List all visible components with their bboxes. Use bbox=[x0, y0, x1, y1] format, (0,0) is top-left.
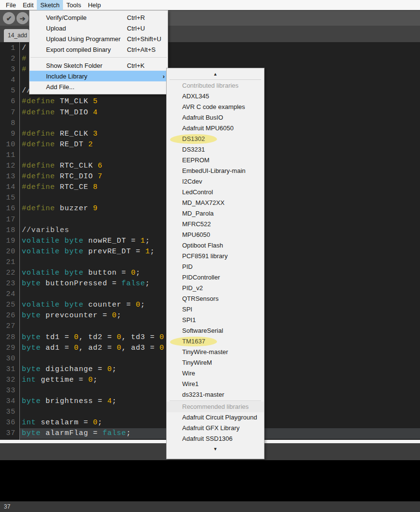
console-output bbox=[0, 460, 420, 501]
arrow-right-icon: ➔ bbox=[20, 15, 26, 22]
library-item-pidcontroller[interactable]: PIDController bbox=[167, 272, 264, 283]
line-number: 23 bbox=[0, 279, 16, 289]
library-item-embedui-library-main[interactable]: EmbedUI-Library-main bbox=[167, 166, 264, 176]
line-content: volatile byte nowRE_DT = 1; bbox=[16, 236, 150, 247]
library-item-adafruit-mpu6050[interactable]: Adafruit MPU6050 bbox=[167, 123, 264, 134]
code-token: buttonPressed = bbox=[41, 279, 122, 288]
library-item-adafruit-gfx-library[interactable]: Adafruit GFX Library bbox=[167, 423, 264, 434]
menu-item-export-compiled-binary[interactable]: Export compiled BinaryCtrl+Alt+S bbox=[30, 44, 168, 55]
menu-item-add-file[interactable]: Add File... bbox=[30, 81, 168, 92]
code-token: RTC_DIO bbox=[55, 172, 98, 181]
verify-button[interactable]: ✔ bbox=[3, 12, 15, 24]
line-content: byte alarmFlag = false; bbox=[16, 428, 131, 439]
code-token: ; bbox=[93, 376, 98, 384]
library-item-pcf8591-library[interactable]: PCF8591 library bbox=[167, 251, 264, 262]
line-content: volatile byte counter = 0; bbox=[16, 300, 145, 310]
menu-item-upload-using-programmer[interactable]: Upload Using ProgrammerCtrl+Shift+U bbox=[30, 33, 168, 44]
library-item-label: I2Cdev bbox=[182, 178, 202, 185]
line-content: / bbox=[16, 43, 27, 54]
library-item-avr-c-code-examples[interactable]: AVR C code examples bbox=[167, 102, 264, 112]
code-token: 0 bbox=[117, 333, 122, 341]
library-item-eeprom[interactable]: EEPROM bbox=[167, 155, 264, 166]
code-token: 8 bbox=[93, 183, 98, 191]
line-number: 6 bbox=[0, 96, 16, 107]
menu-item-upload[interactable]: UploadCtrl+U bbox=[30, 23, 168, 33]
line-number: 4 bbox=[0, 75, 16, 86]
line-number: 13 bbox=[0, 171, 16, 182]
code-token: ; bbox=[112, 365, 117, 373]
library-item-spi[interactable]: SPI bbox=[167, 304, 264, 315]
line-content: #define TM_CLK 5 bbox=[16, 96, 98, 107]
line-number: 33 bbox=[0, 386, 16, 396]
code-token: 0 bbox=[131, 269, 136, 277]
menubar-item-tools[interactable]: Tools bbox=[63, 0, 84, 10]
library-item-ledcontrol[interactable]: LedControl bbox=[167, 187, 264, 198]
menu-item-verify-compile[interactable]: Verify/CompileCtrl+R bbox=[30, 12, 168, 23]
library-item-tinywire-master[interactable]: TinyWire-master bbox=[167, 347, 264, 357]
line-content: volatile byte button = 0; bbox=[16, 268, 140, 279]
library-item-ds1302[interactable]: DS1302 bbox=[167, 134, 264, 144]
library-item-mfrc522[interactable]: MFRC522 bbox=[167, 219, 264, 230]
status-line-number: 37 bbox=[4, 503, 10, 510]
line-content: byte buttonPressed = false; bbox=[16, 279, 150, 289]
code-token: counter = bbox=[83, 301, 136, 309]
library-item-ds3231[interactable]: DS3231 bbox=[167, 144, 264, 155]
library-item-adafruit-circuit-playground[interactable]: Adafruit Circuit Playground bbox=[167, 412, 264, 423]
library-item-label: TinyWireM bbox=[182, 359, 212, 366]
library-item-adxl345[interactable]: ADXL345 bbox=[167, 91, 264, 102]
code-token: #define bbox=[22, 162, 55, 170]
library-item-pid-v2[interactable]: PID_v2 bbox=[167, 283, 264, 294]
library-item-pid[interactable]: PID bbox=[167, 262, 264, 272]
line-content: #define RE_CLK 3 bbox=[16, 129, 98, 140]
menubar-item-edit[interactable]: Edit bbox=[19, 0, 37, 10]
library-item-tinywirem[interactable]: TinyWireM bbox=[167, 357, 264, 368]
submenu-separator bbox=[170, 401, 261, 401]
menu-item-show-sketch-folder[interactable]: Show Sketch FolderCtrl+K bbox=[30, 60, 168, 71]
library-item-wire[interactable]: Wire bbox=[167, 368, 264, 379]
line-number: 19 bbox=[0, 236, 16, 247]
code-token: 0 bbox=[74, 344, 79, 352]
library-item-wire1[interactable]: Wire1 bbox=[167, 379, 264, 389]
code-token: #define bbox=[22, 140, 55, 149]
line-number: 17 bbox=[0, 215, 16, 225]
library-item-softwareserial[interactable]: SoftwareSerial bbox=[167, 326, 264, 336]
library-item-optiboot-flash[interactable]: Optiboot Flash bbox=[167, 240, 264, 251]
line-number: 25 bbox=[0, 300, 16, 310]
line-number: 1 bbox=[0, 43, 16, 54]
upload-button[interactable]: ➔ bbox=[16, 12, 29, 24]
line-number: 30 bbox=[0, 354, 16, 364]
menubar-item-help[interactable]: Help bbox=[84, 0, 104, 10]
library-item-md-max72xx[interactable]: MD_MAX72XX bbox=[167, 198, 264, 208]
menubar-item-file[interactable]: File bbox=[2, 0, 19, 10]
scroll-down-icon[interactable]: ▼ bbox=[167, 444, 264, 454]
scroll-up-icon[interactable]: ▲ bbox=[167, 69, 264, 79]
code-token bbox=[60, 237, 64, 245]
line-content: byte td1 = 0, td2 = 0, td3 = 0 bbox=[16, 332, 164, 343]
library-item-adafruit-ssd1306[interactable]: Adafruit SSD1306 bbox=[167, 434, 264, 444]
menu-item-shortcut: Ctrl+K bbox=[127, 62, 144, 69]
library-item-ds3231-master[interactable]: ds3231-master bbox=[167, 389, 264, 400]
menubar-item-sketch[interactable]: Sketch bbox=[37, 0, 63, 10]
library-item-mpu6050[interactable]: MPU6050 bbox=[167, 230, 264, 240]
menu-item-shortcut: Ctrl+Alt+S bbox=[127, 46, 156, 53]
code-token: volatile bbox=[22, 269, 60, 277]
library-item-label: PID_v2 bbox=[182, 284, 203, 292]
code-token: //varibles bbox=[22, 226, 69, 234]
line-content: #define RE_DT 2 bbox=[16, 140, 93, 150]
library-item-label: EEPROM bbox=[182, 156, 209, 164]
sketch-tab[interactable]: 14_add bbox=[4, 29, 29, 42]
code-token: byte bbox=[22, 397, 41, 405]
line-number: 8 bbox=[0, 118, 16, 129]
check-icon: ✔ bbox=[6, 15, 12, 22]
code-token: gettime = bbox=[36, 376, 88, 384]
library-item-spi1[interactable]: SPI1 bbox=[167, 315, 264, 326]
library-item-qtrsensors[interactable]: QTRSensors bbox=[167, 294, 264, 304]
library-item-tm1637[interactable]: TM1637 bbox=[167, 336, 264, 347]
menu-item-include-library[interactable]: Include Library› bbox=[30, 71, 168, 81]
library-item-label: MFRC522 bbox=[182, 220, 211, 228]
library-item-label: DS3231 bbox=[182, 146, 205, 153]
line-content: byte prevcounter = 0; bbox=[16, 310, 122, 321]
library-item-md-parola[interactable]: MD_Parola bbox=[167, 208, 264, 219]
library-item-adafruit-busio[interactable]: Adafruit BusIO bbox=[167, 112, 264, 123]
library-item-i2cdev[interactable]: I2Cdev bbox=[167, 176, 264, 187]
